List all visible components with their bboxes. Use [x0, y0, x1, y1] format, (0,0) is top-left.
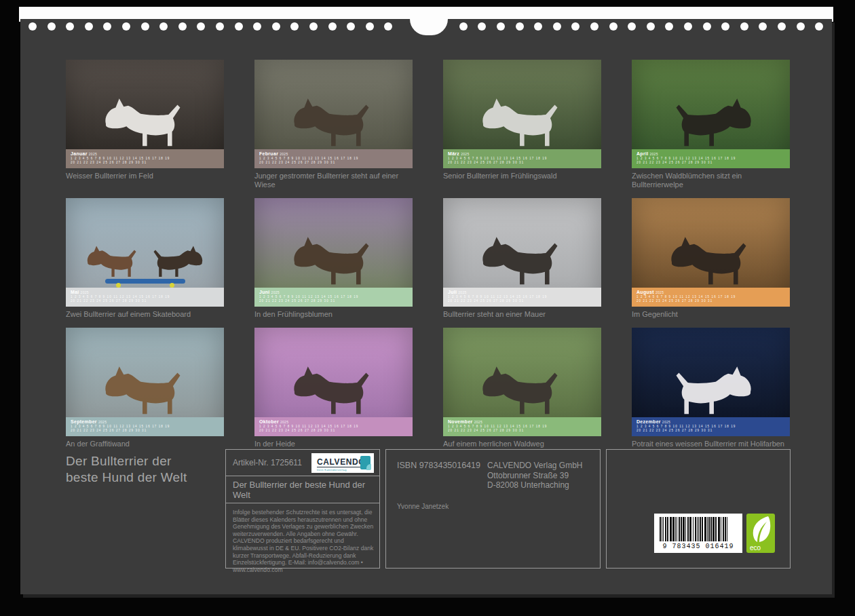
- month-strip: April20251 2 3 4 5 6 7 8 9 10 11 12 13 1…: [632, 149, 790, 168]
- eco-logo: eco: [746, 514, 775, 553]
- month-strip: März20251 2 3 4 5 6 7 8 9 10 11 12 13 14…: [443, 149, 601, 168]
- month-caption: An der Graffitiwand: [66, 440, 224, 448]
- binding-hole: [328, 22, 337, 31]
- isbn-text: ISBN 9783435016419: [397, 461, 480, 490]
- month-photo: Oktober20251 2 3 4 5 6 7 8 9 10 11 12 13…: [254, 328, 413, 436]
- calvendo-logo: CALVENDO Dein Kalenderverlag: [311, 453, 374, 473]
- binding-hole: [665, 22, 673, 31]
- publisher-line: D-82008 Unterhaching: [487, 480, 590, 490]
- binding-hole: [703, 22, 711, 31]
- month-label: November: [448, 419, 473, 424]
- binding-hole: [103, 22, 111, 31]
- binding-hole: [48, 22, 56, 31]
- dog-silhouette: [289, 363, 379, 419]
- mini-calendar-row2: 20 21 22 23 24 25 26 27 28 29 30 31: [448, 299, 596, 303]
- publisher-address: CALVENDO Verlag GmbH Ottobrunner Straße …: [487, 461, 590, 490]
- dog-silhouette: [100, 95, 190, 151]
- month-strip: Dezember20251 2 3 4 5 6 7 8 9 10 11 12 1…: [632, 417, 790, 436]
- month-photo: Januar20251 2 3 4 5 6 7 8 9 10 11 12 13 …: [66, 60, 224, 168]
- skateboard: [105, 279, 185, 284]
- month-year: 2025: [98, 420, 107, 424]
- hanger-hole: [410, 19, 448, 35]
- binding-hole: [235, 22, 243, 31]
- month-grid: Januar20251 2 3 4 5 6 7 8 9 10 11 12 13 …: [66, 60, 790, 448]
- mini-calendar-row2: 20 21 22 23 24 25 26 27 28 29 30 31: [259, 429, 408, 433]
- binding-hole: [253, 22, 261, 31]
- calvendo-logo-word: CALVENDO: [317, 458, 365, 467]
- month-caption: Im Gegenlicht: [632, 310, 790, 319]
- month-photo: August20251 2 3 4 5 6 7 8 9 10 11 12 13 …: [632, 198, 790, 307]
- month-card: November20251 2 3 4 5 6 7 8 9 10 11 12 1…: [443, 328, 601, 448]
- month-strip: Februar20251 2 3 4 5 6 7 8 9 10 11 12 13…: [254, 149, 413, 168]
- barcode-bars: [660, 517, 737, 541]
- month-label: Mai: [71, 290, 79, 294]
- legal-text: Infolge bestehender Schutzrechte ist es …: [226, 503, 379, 573]
- month-year: 2025: [461, 152, 469, 156]
- month-caption: Senior Bullterrier im Frühlingswald: [443, 172, 601, 180]
- binding-hole: [797, 22, 805, 31]
- month-photo: März20251 2 3 4 5 6 7 8 9 10 11 12 13 14…: [443, 60, 601, 168]
- binding-hole: [197, 22, 205, 31]
- month-card: Juni20251 2 3 4 5 6 7 8 9 10 11 12 13 14…: [254, 198, 413, 319]
- month-strip: Juli20251 2 3 4 5 6 7 8 9 10 11 12 13 14…: [443, 288, 601, 307]
- binding-hole: [66, 22, 74, 31]
- month-photo: Februar20251 2 3 4 5 6 7 8 9 10 11 12 13…: [254, 60, 413, 168]
- binding-hole: [721, 22, 729, 31]
- month-caption: Bullterrier steht an einer Mauer: [443, 310, 601, 319]
- dog-silhouette: [478, 233, 567, 289]
- publisher-line: CALVENDO Verlag GmbH: [487, 461, 590, 471]
- binding-hole: [740, 22, 748, 31]
- month-label: Januar: [71, 151, 88, 156]
- binding-hole: [478, 22, 486, 31]
- binding-hole: [85, 22, 93, 31]
- info-panel-left: Artikel-Nr. 1725611 CALVENDO Dein Kalend…: [225, 449, 380, 569]
- eco-leaf-icon: [749, 515, 772, 543]
- binding-hole: [347, 22, 355, 31]
- binding-hole: [384, 22, 392, 31]
- calendar-title-box: Der Bullterrier der beste Hund der Welt: [226, 476, 379, 503]
- month-caption: Weisser Bullterrier im Feld: [66, 172, 224, 180]
- month-caption: Zwei Bullterrier auf einem Skateboard: [66, 310, 224, 319]
- binding-hole: [141, 22, 149, 31]
- dog-silhouette: [666, 363, 756, 419]
- month-label: April: [636, 151, 648, 156]
- month-label: Oktober: [259, 419, 279, 424]
- mini-calendar-row2: 20 21 22 23 24 25 26 27 28 29 30 31: [448, 429, 596, 433]
- month-photo: Juli20251 2 3 4 5 6 7 8 9 10 11 12 13 14…: [443, 198, 601, 307]
- month-strip: Juni20251 2 3 4 5 6 7 8 9 10 11 12 13 14…: [254, 288, 413, 307]
- mini-calendar-row2: 20 21 22 23 24 25 26 27 28 29 30 31: [71, 299, 219, 303]
- month-photo: November20251 2 3 4 5 6 7 8 9 10 11 12 1…: [443, 328, 601, 436]
- article-number: Artikel-Nr. 1725611: [233, 458, 302, 467]
- month-photo: Juni20251 2 3 4 5 6 7 8 9 10 11 12 13 14…: [254, 198, 413, 307]
- product-title: Der Bullterrier der beste Hund der Welt: [66, 453, 187, 486]
- month-card: Mai20251 2 3 4 5 6 7 8 9 10 11 12 13 14 …: [66, 198, 224, 319]
- dog-silhouette: [478, 95, 567, 151]
- binding-hole: [497, 22, 505, 31]
- mini-calendar-row2: 20 21 22 23 24 25 26 27 28 29 30 31: [448, 161, 596, 165]
- mini-calendar-row2: 20 21 22 23 24 25 26 27 28 29 30 31: [259, 161, 408, 165]
- month-card: Oktober20251 2 3 4 5 6 7 8 9 10 11 12 13…: [254, 328, 413, 448]
- binding-hole: [534, 22, 542, 31]
- month-label: September: [71, 419, 97, 424]
- month-label: Dezember: [636, 419, 661, 424]
- binding-hole: [590, 22, 598, 31]
- binding-hole: [28, 22, 37, 31]
- binding-hole: [122, 22, 130, 31]
- month-card: Dezember20251 2 3 4 5 6 7 8 9 10 11 12 1…: [632, 328, 790, 448]
- month-card: März20251 2 3 4 5 6 7 8 9 10 11 12 13 14…: [443, 60, 601, 189]
- info-panel-middle: ISBN 9783435016419 CALVENDO Verlag GmbH …: [385, 449, 601, 569]
- month-label: Februar: [259, 151, 278, 156]
- dog-silhouette: [289, 233, 379, 289]
- binding-hole: [684, 22, 692, 31]
- calendar-back-page: Januar20251 2 3 4 5 6 7 8 9 10 11 12 13 …: [20, 19, 832, 594]
- month-caption: Potrait eines weissen Bullterrier mit Ho…: [632, 440, 790, 448]
- dog-silhouette: [289, 95, 379, 151]
- binding-hole: [178, 22, 187, 31]
- month-label: August: [636, 290, 654, 294]
- product-title-line1: Der Bullterrier der: [66, 453, 187, 469]
- month-year: 2025: [474, 420, 482, 424]
- product-title-line2: beste Hund der Welt: [66, 469, 187, 486]
- month-year: 2025: [81, 290, 89, 294]
- month-card: September20251 2 3 4 5 6 7 8 9 10 11 12 …: [66, 328, 224, 448]
- month-card: Februar20251 2 3 4 5 6 7 8 9 10 11 12 13…: [254, 60, 413, 189]
